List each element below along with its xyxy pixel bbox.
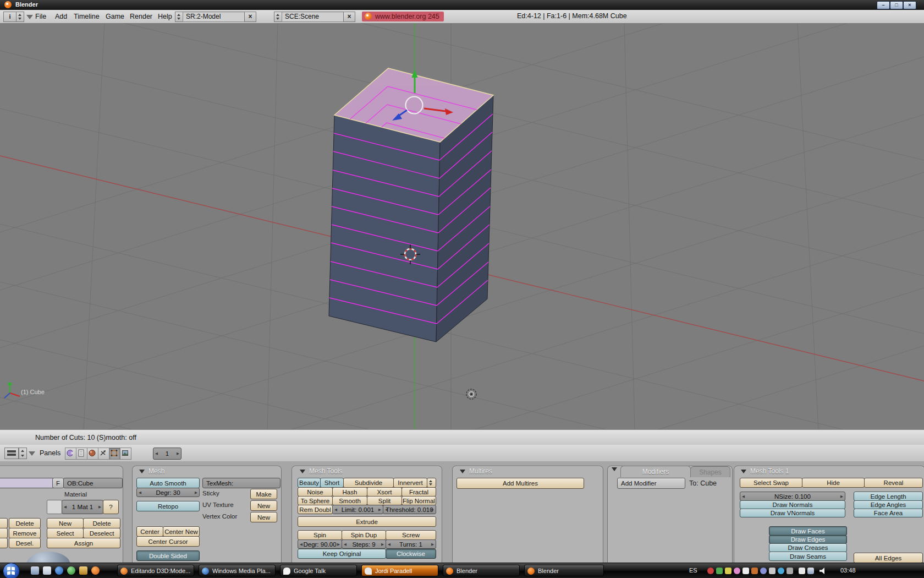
texmesh-field[interactable]: TexMesh:	[202, 478, 280, 488]
tray-icon[interactable]	[769, 568, 776, 574]
material-delete-button[interactable]: Delete	[83, 518, 120, 528]
innervert-button[interactable]: Innervert	[393, 478, 427, 488]
screw-button[interactable]: Screw	[386, 530, 436, 540]
collapse-menus-icon[interactable]	[26, 15, 33, 19]
noise-button[interactable]: Noise	[298, 487, 333, 497]
firefox-icon[interactable]	[91, 566, 100, 575]
add-modifier-button[interactable]: Add Modifier	[617, 478, 685, 489]
taskbar-item-blender-2[interactable]: Blender	[524, 565, 604, 576]
double-sided-toggle[interactable]: Double Sided	[136, 550, 200, 561]
draw-normals-toggle[interactable]: Draw Normals	[740, 500, 845, 509]
material-select-button[interactable]: Select	[47, 528, 84, 538]
battery-icon[interactable]	[799, 568, 805, 574]
draw-edges-toggle[interactable]: Draw Edges	[769, 535, 847, 544]
vgroup-stub-button[interactable]	[0, 518, 8, 528]
tray-icon[interactable]	[743, 568, 749, 574]
quick-launch-green-app-icon[interactable]	[67, 566, 75, 575]
vgroup-deselect-button[interactable]: Desel.	[9, 538, 41, 548]
panel-header-mesh-tools-1[interactable]: Mesh Tools 1	[741, 467, 789, 475]
scene-spinner[interactable]	[274, 12, 282, 22]
smooth-button[interactable]: Smooth	[332, 496, 367, 505]
taskbar-item-jordi-paradell[interactable]: Jordi Paradell	[361, 565, 438, 576]
spin-dup-button[interactable]: Spin Dup	[342, 530, 386, 540]
script-context-icon[interactable]	[76, 448, 87, 460]
face-area-toggle[interactable]: Face Area	[854, 509, 923, 517]
cube-mesh[interactable]	[329, 68, 493, 342]
material-index-field[interactable]: 1 Mat 1	[62, 500, 103, 514]
screen-close-button[interactable]: ×	[244, 12, 256, 22]
vgroup-delete-button[interactable]: Delete	[9, 518, 41, 528]
menu-file[interactable]: File	[35, 12, 46, 21]
frame-number-field[interactable]: 1	[153, 448, 182, 460]
nsize-field[interactable]: NSize: 0.100	[740, 492, 845, 501]
edge-angles-toggle[interactable]: Edge Angles	[854, 500, 923, 509]
scene-close-button[interactable]: ×	[343, 12, 355, 22]
editor-type-button[interactable]	[4, 448, 19, 459]
tray-icon[interactable]	[760, 568, 767, 574]
menu-game[interactable]: Game	[106, 12, 124, 21]
draw-seams-toggle[interactable]: Draw Seams	[769, 552, 847, 561]
taskbar-item-google-talk[interactable]: Google Talk	[280, 565, 357, 576]
vgroup-stub-button[interactable]	[0, 528, 8, 538]
scene-context-icon[interactable]	[120, 448, 131, 460]
shading-context-icon[interactable]	[87, 448, 98, 460]
tray-icon[interactable]	[751, 568, 758, 574]
monitor-icon[interactable]	[807, 568, 814, 574]
spin-button[interactable]: Spin	[298, 530, 342, 540]
maximize-button[interactable]: □	[890, 1, 903, 9]
panel-header-multires[interactable]: Multires	[460, 467, 492, 475]
lamp-object[interactable]	[466, 389, 476, 399]
fake-user-button[interactable]: F	[52, 478, 64, 488]
draw-vnormals-toggle[interactable]: Draw VNormals	[740, 509, 845, 517]
degr-field[interactable]: Degr: 30	[136, 488, 200, 497]
center-button[interactable]: Center	[136, 526, 163, 537]
object-name-field[interactable]: OB:Cube	[63, 478, 123, 488]
flip-normal-button[interactable]: Flip Normal	[402, 496, 436, 505]
minimize-button[interactable]: –	[877, 1, 890, 9]
menu-help[interactable]: Help	[158, 12, 172, 21]
vgroup-stub-button[interactable]	[0, 538, 8, 548]
panel-header-mesh-tools[interactable]: Mesh Tools	[300, 467, 342, 475]
quick-launch-gold-app-icon[interactable]	[79, 566, 87, 575]
language-indicator[interactable]: ES	[689, 567, 697, 574]
innervert-spinner[interactable]	[427, 478, 436, 488]
tab-shapes[interactable]: Shapes	[690, 466, 730, 477]
quick-launch-document-icon[interactable]	[43, 566, 51, 575]
screen-selector[interactable]: SR:2-Model	[183, 12, 247, 22]
tray-icon[interactable]	[778, 568, 784, 574]
all-edges-button[interactable]: All Edges	[854, 553, 923, 563]
show-desktop-icon[interactable]	[31, 566, 39, 575]
turns-field[interactable]: Turns: 1	[386, 539, 436, 549]
taskbar-item-media-player[interactable]: Windows Media Pla...	[199, 565, 276, 576]
steps-field[interactable]: Steps: 9	[342, 539, 386, 549]
hash-button[interactable]: Hash	[332, 487, 367, 497]
sticky-make-button[interactable]: Make	[250, 489, 277, 499]
scene-selector[interactable]: SCE:Scene	[282, 12, 346, 22]
limit-field[interactable]: Limit: 0.001	[332, 505, 383, 514]
tray-icon[interactable]	[707, 568, 714, 574]
speaker-icon[interactable]	[820, 568, 826, 574]
logic-context-icon[interactable]	[65, 448, 76, 460]
to-sphere-button[interactable]: To Sphere	[298, 496, 333, 505]
draw-creases-toggle[interactable]: Draw Creases	[769, 543, 847, 552]
hide-button[interactable]: Hide	[802, 478, 865, 488]
add-multires-button[interactable]: Add Multires	[457, 478, 584, 489]
fractal-button[interactable]: Fractal	[402, 487, 436, 497]
viewport-3d[interactable]: (1) Cube	[0, 23, 924, 429]
menu-timeline[interactable]: Timeline	[74, 12, 100, 21]
beauty-toggle[interactable]: Beauty	[298, 478, 321, 488]
select-swap-button[interactable]: Select Swap	[740, 478, 802, 488]
menu-render[interactable]: Render	[130, 12, 152, 21]
spin-degr-field[interactable]: Degr: 90.00	[298, 539, 342, 549]
tray-icon[interactable]	[787, 568, 793, 574]
subdivide-button[interactable]: Subdivide	[343, 478, 394, 488]
editor-type-button[interactable]: i	[3, 12, 16, 22]
auto-smooth-toggle[interactable]: Auto Smooth	[136, 478, 200, 488]
center-new-button[interactable]: Center New	[163, 526, 200, 537]
draw-faces-toggle[interactable]: Draw Faces	[769, 526, 847, 536]
collapse-menus-icon[interactable]	[29, 451, 35, 456]
material-question-button[interactable]: ?	[103, 500, 119, 514]
material-deselect-button[interactable]: Deselect	[83, 528, 120, 538]
center-cursor-button[interactable]: Center Cursor	[136, 536, 200, 547]
editor-type-spinner[interactable]	[19, 448, 27, 459]
